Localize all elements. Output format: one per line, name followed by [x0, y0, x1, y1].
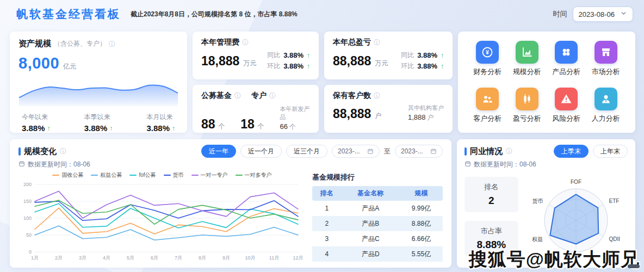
legend-item-5[interactable]: 一对多专户	[236, 171, 272, 179]
institutional-customers-block: 其中机构客户 1,888户	[408, 104, 444, 122]
asset-stat-0: 今年以来3.88%↑	[22, 113, 51, 133]
svg-text:¥: ¥	[486, 49, 489, 55]
info-icon[interactable]: ⓘ	[269, 92, 276, 99]
info-icon[interactable]: ⓘ	[109, 41, 115, 47]
table-cell: 1	[312, 201, 342, 216]
legend-item-1[interactable]: 权益公募	[91, 171, 122, 179]
date-from-input[interactable]: 2023-...	[332, 145, 380, 158]
stat-value: 3.88%↑	[84, 123, 113, 133]
legend-item-3[interactable]: 货币	[164, 171, 184, 179]
rank-table-header: 排名	[312, 186, 342, 201]
nav-item-label: 人力分析	[592, 114, 620, 123]
svg-text:100: 100	[23, 215, 32, 221]
svg-text:9月: 9月	[222, 255, 230, 261]
nav-item-label: 客户分析	[473, 114, 501, 123]
nav-item-label: 风险分析	[552, 114, 580, 123]
profit-yoy-value: 3.88%	[417, 51, 437, 59]
scale-filter-group: 近一年近一个月近三个月2023-...至2023-...	[201, 145, 443, 158]
table-cell: 产品A	[342, 201, 400, 216]
info-icon[interactable]: ⓘ	[374, 39, 380, 46]
up-arrow-icon: ↑	[47, 125, 51, 132]
storefront-icon	[595, 41, 617, 64]
table-cell: 6.66亿	[400, 231, 443, 246]
profit-mom-value: 3.88%	[417, 62, 437, 70]
fund-rank-table: 排名基金名称规模 1产品A9.99亿2产品B8.88亿3产品C6.66亿4产品D…	[312, 186, 443, 262]
rank-value: 2	[469, 195, 514, 207]
peer-stat-cards: 排名 2 市占率 8.88%	[465, 172, 518, 266]
info-icon[interactable]: ⓘ	[60, 148, 66, 154]
customers-card: 保有客户数 ⓘ 88,888 户 其中机构客户 1,888户	[324, 85, 453, 133]
analysis-nav-card: ¥财务分析规模分析产品分析市场分析客户分析盈亏分析风险分析人力分析	[458, 32, 635, 133]
stat-value: 3.88%↑	[22, 123, 51, 133]
svg-text:QDII: QDII	[609, 236, 620, 242]
header-summary: 截止2023年8月8日，公司规模排名第 8 位，市占率 8.88%	[131, 10, 298, 19]
peer-filter-group: 上季末上年末	[554, 145, 628, 158]
person-icon	[595, 88, 617, 110]
customers-unit: 户	[375, 112, 381, 121]
nav-item-3[interactable]: 市场分析	[586, 39, 626, 78]
rank-stat-card: 排名 2	[465, 177, 518, 212]
asset-stat-1: 本季以来3.88%↑	[84, 113, 113, 133]
rank-table-header: 基金名称	[342, 186, 400, 201]
up-arrow-icon: ↑	[109, 125, 113, 132]
funds-count-card: 公募基金 ⓘ 专户 ⓘ 88 个 18 个 本年新发产品 66个	[193, 85, 319, 133]
candlestick-icon	[516, 88, 538, 110]
calendar-icon	[18, 160, 25, 169]
nav-item-6[interactable]: 风险分析	[547, 86, 586, 125]
rank-label: 排名	[469, 182, 514, 192]
market-share-stat-card: 市占率 8.88%	[465, 221, 518, 256]
scale-filter-0[interactable]: 近一年	[201, 145, 236, 158]
legend-dash-icon	[191, 175, 199, 176]
legend-item-0[interactable]: 固收公募	[52, 171, 83, 179]
legend-item-2[interactable]: fof公募	[129, 171, 156, 179]
nav-item-label: 规模分析	[513, 67, 541, 77]
stat-label: 今年以来	[22, 113, 51, 122]
scale-filter-2[interactable]: 近三个月	[286, 145, 327, 158]
svg-text:FOF: FOF	[571, 179, 581, 185]
asset-card-subtitle: （含公募、专户）	[54, 39, 106, 48]
corner-handle[interactable]	[628, 264, 640, 268]
dashboard-page: 帆软基金经营看板 截止2023年8月8日，公司规模排名第 8 位，市占率 8.8…	[0, 0, 644, 272]
nav-item-4[interactable]: 客户分析	[468, 86, 507, 125]
nav-item-1[interactable]: 规模分析	[507, 39, 547, 78]
legend-item-4[interactable]: 一对一专户	[191, 171, 228, 179]
asset-card-title: 资产规模	[18, 39, 51, 49]
info-icon[interactable]: ⓘ	[374, 92, 380, 99]
new-products-block: 本年新发产品 66个	[280, 105, 310, 132]
asset-value: 8,000	[18, 54, 59, 72]
stat-value: 3.88%↑	[146, 123, 175, 133]
market-share-value: 8.88%	[469, 239, 514, 251]
table-cell: 8.88亿	[400, 216, 443, 231]
nav-item-2[interactable]: 产品分析	[547, 39, 586, 78]
nav-item-label: 盈亏分析	[513, 114, 541, 123]
nav-item-0[interactable]: ¥财务分析	[468, 39, 507, 78]
profit-mom-label: 环比	[401, 61, 414, 71]
table-row: 2产品B8.88亿	[312, 216, 443, 231]
nav-item-7[interactable]: 人力分析	[586, 86, 626, 125]
customers-value: 88,888	[333, 107, 371, 121]
profit-yoy-label: 同比	[401, 51, 414, 60]
date-to-input[interactable]: 2023-...	[395, 145, 443, 158]
new-products-value: 66	[280, 122, 288, 131]
special-account-value: 18	[240, 117, 255, 132]
table-row: 3产品C6.66亿	[312, 231, 443, 246]
info-icon[interactable]: ⓘ	[506, 148, 512, 154]
info-icon[interactable]: ⓘ	[234, 92, 241, 99]
svg-text:6月: 6月	[151, 255, 158, 261]
fund-rank-block: 基金规模排行 排名基金名称规模 1产品A9.99亿2产品B8.88亿3产品C6.…	[312, 170, 443, 265]
scale-change-panel: 规模变化 ⓘ 近一年近一个月近三个月2023-...至2023-... 数据更新…	[10, 139, 451, 268]
time-select[interactable]: 2023-08-06	[573, 7, 634, 22]
table-cell: 5.55亿	[400, 246, 443, 262]
peer-filter-1[interactable]: 上年末	[593, 145, 628, 158]
peer-radar-chart: FOFETFQDII权益货币	[523, 172, 628, 266]
svg-text:200: 200	[23, 182, 32, 187]
up-arrow-icon: ↑	[307, 52, 310, 59]
scale-line-chart: 0501001502001月2月3月4月5月6月7月8月9月10月11月12月	[18, 180, 306, 263]
svg-text:4月: 4月	[103, 255, 110, 261]
scale-filter-1[interactable]: 近一个月	[240, 145, 282, 158]
peer-filter-0[interactable]: 上季末	[554, 145, 589, 158]
nav-item-5[interactable]: 盈亏分析	[507, 86, 547, 125]
svg-text:2月: 2月	[55, 255, 63, 261]
asset-stat-2: 本月以来3.88%↑	[146, 113, 175, 133]
info-icon[interactable]: ⓘ	[242, 39, 249, 46]
